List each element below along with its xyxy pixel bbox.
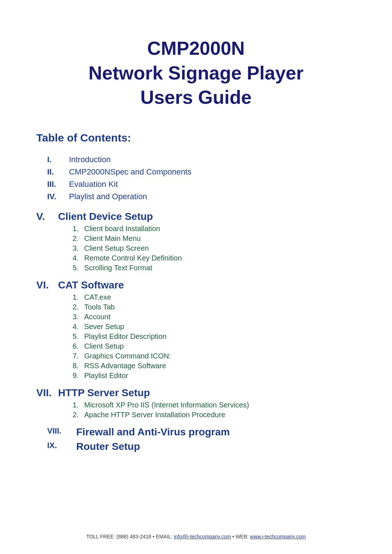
sub-label: Microsoft XP Pro IIS (Internet Informati… [84,401,249,409]
list-item: 1. CAT.exe [73,293,356,301]
sub-label: Playlist Editor [84,372,128,380]
footer: TOLL FREE: (888) 483-2418 • EMAIL: info@… [0,534,392,539]
sub-num: 1. [73,225,84,233]
list-item: 5. Scrolling Text Format [73,264,356,272]
toc-numeral-viii: VIII. [47,426,76,436]
sub-num: 5. [73,332,84,341]
toc-section-vi: VI. CAT Software 1. CAT.exe 2. Tools Tab… [36,279,356,380]
footer-mid: • WEB: [231,534,250,539]
sub-label: Scrolling Text Format [84,264,152,272]
toc-item-iv: IV. Playlist and Operation [47,192,356,201]
list-item: 3. Account [73,313,356,321]
title: CMP2000N Network Signage Player Users Gu… [36,36,356,110]
toc-section-vi-subitems: 1. CAT.exe 2. Tools Tab 3. Account 4. Se… [36,293,356,380]
toc-section-vii: VII. HTTP Server Setup 1. Microsoft XP P… [36,387,356,419]
sub-label: CAT.exe [84,293,111,301]
sub-label: Remote Control Key Definition [84,254,182,262]
sub-label: RSS Advantage Software [84,362,166,370]
list-item: 4. Remote Control Key Definition [73,254,356,262]
sub-num: 5. [73,264,84,272]
sub-label: Sever Setup [84,323,124,331]
list-item: 2. Tools Tab [73,303,356,311]
toc-section-vii-label: HTTP Server Setup [58,387,150,399]
list-item: 5. Playlist Editor Description [73,332,356,341]
sub-num: 9. [73,372,84,380]
toc-item-i: I. Introduction [47,155,356,164]
toc-item-viii: VIII. Firewall and Anti-Virus program [47,426,356,438]
toc-bottom-list: VIII. Firewall and Anti-Virus program IX… [36,426,356,452]
sub-num: 2. [73,303,84,311]
toc-section-v-header: V. Client Device Setup [36,211,356,222]
sub-num: 7. [73,352,84,360]
title-line1: CMP2000N [147,38,245,59]
sub-label: Tools Tab [84,303,115,311]
toc-section-vi-numeral: VI. [36,279,58,291]
sub-label: Graphics Command ICON: [84,352,171,360]
sub-num: 4. [73,323,84,331]
toc-section-vii-subitems: 1. Microsoft XP Pro IIS (Internet Inform… [36,401,356,419]
list-item: 1. Microsoft XP Pro IIS (Internet Inform… [73,401,356,409]
sub-num: 8. [73,362,84,370]
list-item: 9. Playlist Editor [73,372,356,380]
toc-label-ix: Router Setup [76,441,140,452]
list-item: 2. Client Main Menu [73,234,356,243]
toc-section-v-numeral: V. [36,211,58,222]
sub-label: Client board Installation [84,225,160,233]
toc-section-vi-label: CAT Software [58,279,124,291]
sub-label: Playlist Editor Description [84,332,167,341]
sub-num: 3. [73,313,84,321]
sub-num: 2. [73,234,84,243]
footer-email-link[interactable]: info@i-techcompany.com [174,534,231,539]
toc-heading: Table of Contents: [36,132,356,144]
sub-num: 6. [73,342,84,350]
footer-text: TOLL FREE: (888) 483-2418 • EMAIL: [86,534,174,539]
sub-num: 4. [73,254,84,262]
sub-num: 2. [73,411,84,419]
toc-numeral-ii: II. [47,167,69,177]
toc-label-iii: Evaluation Kit [69,180,118,189]
toc-label-viii: Firewall and Anti-Virus program [76,426,230,438]
toc-main-list: I. Introduction II. CMP2000NSpec and Com… [36,155,356,201]
list-item: 7. Graphics Command ICON: [73,352,356,360]
sub-label: Client Main Menu [84,234,141,243]
title-line3: Users Guide [140,87,252,108]
toc-numeral-iii: III. [47,180,69,189]
sub-label: Apache HTTP Server Installation Procedur… [84,411,225,419]
toc-section-vii-header: VII. HTTP Server Setup [36,387,356,399]
sub-label: Client Setup Screen [84,244,149,253]
toc-item-ii: II. CMP2000NSpec and Components [47,167,356,177]
toc-section-v-label: Client Device Setup [58,211,153,222]
list-item: 4. Sever Setup [73,323,356,331]
toc-numeral-iv: IV. [47,192,69,201]
toc-label-i: Introduction [69,155,111,164]
toc-section-vi-header: VI. CAT Software [36,279,356,291]
list-item: 8. RSS Advantage Software [73,362,356,370]
toc-item-iii: III. Evaluation Kit [47,180,356,189]
toc-section-v-subitems: 1. Client board Installation 2. Client M… [36,225,356,272]
sub-num: 1. [73,293,84,301]
sub-label: Account [84,313,110,321]
toc-item-ix: IX. Router Setup [47,441,356,452]
list-item: 6. Client Setup [73,342,356,350]
sub-num: 1. [73,401,84,409]
toc-numeral-ix: IX. [47,441,76,450]
sub-label: Client Setup [84,342,124,350]
list-item: 3. Client Setup Screen [73,244,356,253]
toc-numeral-i: I. [47,155,69,164]
sub-num: 3. [73,244,84,253]
toc-section-v: V. Client Device Setup 1. Client board I… [36,211,356,272]
toc-section-vii-numeral: VII. [36,387,58,399]
title-section: CMP2000N Network Signage Player Users Gu… [36,36,356,110]
list-item: 1. Client board Installation [73,225,356,233]
toc-label-ii: CMP2000NSpec and Components [69,167,192,177]
title-line2: Network Signage Player [89,62,303,83]
footer-web-link[interactable]: www.i-techcompany.com [250,534,306,539]
toc-label-iv: Playlist and Operation [69,192,147,201]
list-item: 2. Apache HTTP Server Installation Proce… [73,411,356,419]
